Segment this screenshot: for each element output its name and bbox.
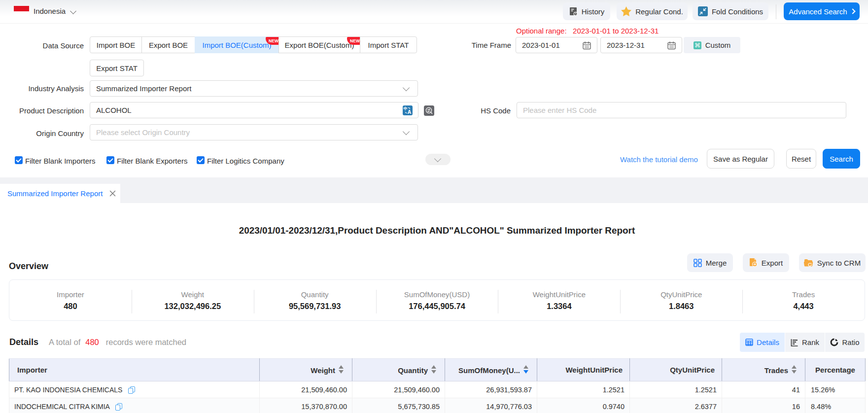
svg-text:A: A [408, 109, 412, 115]
svg-text:⌘: ⌘ [694, 42, 700, 49]
svg-text:中: 中 [404, 106, 408, 111]
